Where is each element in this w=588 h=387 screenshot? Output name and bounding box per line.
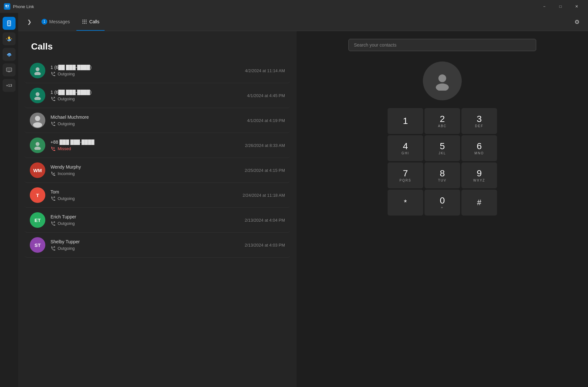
minimize-button[interactable]: −: [537, 0, 552, 13]
call-avatar: ET: [30, 212, 45, 228]
call-type-icon: [51, 221, 56, 226]
content-wrapper: ❯ 1 Messages Calls: [18, 13, 588, 387]
maximize-button[interactable]: □: [553, 0, 568, 13]
call-avatar: [30, 138, 45, 153]
call-info: Tom Outgoing: [51, 189, 237, 201]
call-type: Incoming: [51, 171, 240, 176]
sidebar-item-more[interactable]: +13: [3, 79, 16, 92]
svg-point-40: [438, 74, 446, 82]
sidebar-left: +13: [0, 13, 18, 387]
dialpad-key-2[interactable]: 2ABC: [424, 108, 460, 134]
page-title: Calls: [18, 31, 297, 58]
calls-panel: Calls 1 (6██ ███-████) Outgoing4/2/2024 …: [18, 31, 297, 387]
svg-rect-20: [7, 68, 11, 71]
svg-rect-8: [9, 36, 9, 37]
dialpad-key-6[interactable]: 6MNO: [461, 135, 497, 161]
call-datetime: 4/1/2024 at 4:45 PM: [247, 93, 285, 98]
call-item[interactable]: STShelby Tupper Outgoing2/13/2024 at 4:0…: [25, 233, 290, 258]
settings-button[interactable]: ⚙: [571, 16, 583, 28]
sidebar-item-tv[interactable]: [3, 63, 16, 76]
dialpad-key-#[interactable]: #: [461, 190, 497, 216]
person-icon: [433, 71, 452, 91]
call-item[interactable]: ETErich Tupper Outgoing2/13/2024 at 4:04…: [25, 208, 290, 233]
content-body: Calls 1 (6██ ███-████) Outgoing4/2/2024 …: [18, 31, 588, 387]
call-type-label: Outgoing: [58, 246, 75, 251]
call-type-label: Outgoing: [58, 72, 75, 76]
close-button[interactable]: ✕: [569, 0, 584, 13]
svg-point-41: [436, 83, 449, 91]
svg-point-7: [8, 37, 10, 39]
tab-calls[interactable]: Calls: [76, 13, 105, 31]
sidebar-item-weather2[interactable]: [3, 48, 16, 61]
main-container: +13 ❯ 1 Messages: [0, 13, 588, 387]
call-name: Erich Tupper: [51, 214, 240, 219]
svg-point-33: [36, 92, 40, 96]
svg-point-30: [85, 23, 86, 24]
call-datetime: 4/2/2024 at 11:14 AM: [245, 68, 285, 73]
call-type-label: Outgoing: [58, 96, 75, 101]
call-item[interactable]: Michael Muchmore Outgoing4/1/2024 at 4:1…: [25, 108, 290, 133]
right-panel: 12ABC3DEF4GHI5JKL6MNO7PQRS8TUV9WXYZ*0+#: [297, 31, 588, 387]
svg-point-39: [34, 147, 41, 150]
svg-rect-5: [8, 25, 10, 26]
svg-point-28: [82, 23, 83, 24]
app-title: Phone Link: [13, 4, 534, 9]
search-input[interactable]: [348, 39, 536, 51]
call-type: Outgoing: [51, 246, 240, 251]
dialpad-key-3[interactable]: 3DEF: [461, 108, 497, 134]
call-type: Outgoing: [51, 196, 237, 201]
dialpad-key-4[interactable]: 4GHI: [388, 135, 423, 161]
call-type-icon: [51, 96, 56, 101]
call-info: Michael Muchmore Outgoing: [51, 115, 242, 126]
call-datetime: 2/26/2024 at 8:33 AM: [245, 143, 285, 148]
dialpad-key-7[interactable]: 7PQRS: [388, 162, 423, 188]
svg-rect-17: [8, 56, 9, 57]
svg-rect-18: [9, 56, 10, 57]
call-info: Wendy Murphy Incoming: [51, 164, 240, 176]
svg-rect-11: [11, 39, 12, 39]
call-name: Wendy Murphy: [51, 164, 240, 170]
sidebar-item-phone[interactable]: [3, 17, 16, 30]
messages-badge: 1: [41, 19, 47, 25]
call-type: Outgoing: [51, 71, 240, 76]
call-info: 1 (6██ ███-████) Outgoing: [51, 90, 242, 101]
expand-button[interactable]: ❯: [23, 16, 35, 28]
dialpad-key-8[interactable]: 8TUV: [424, 162, 460, 188]
call-name: 1 (6██ ███-████): [51, 65, 240, 70]
sidebar-item-weather1[interactable]: [3, 32, 16, 45]
svg-point-37: [33, 122, 42, 127]
call-item[interactable]: 1 (6██ ███-████) Outgoing4/1/2024 at 4:4…: [25, 83, 290, 108]
svg-point-16: [8, 54, 11, 56]
call-info: +88 ███ ███-████ Missed: [51, 139, 240, 151]
svg-point-32: [34, 72, 41, 75]
dialpad-key-*[interactable]: *: [388, 190, 423, 216]
window-controls: − □ ✕: [537, 0, 584, 13]
dialpad-key-1[interactable]: 1: [388, 108, 423, 134]
call-type-label: Outgoing: [58, 221, 75, 226]
dialpad-key-9[interactable]: 9WXYZ: [461, 162, 497, 188]
dialpad-key-5[interactable]: 5JKL: [424, 135, 460, 161]
svg-point-29: [84, 23, 85, 24]
call-type-label: Missed: [58, 146, 71, 151]
call-type-icon: [51, 121, 56, 126]
app-icon: [4, 3, 10, 10]
dialpad: 12ABC3DEF4GHI5JKL6MNO7PQRS8TUV9WXYZ*0+#: [388, 108, 497, 216]
tab-messages[interactable]: 1 Messages: [36, 13, 75, 31]
call-item[interactable]: 1 (6██ ███-████) Outgoing4/2/2024 at 11:…: [25, 58, 290, 83]
call-info: 1 (6██ ███-████) Outgoing: [51, 65, 240, 76]
call-datetime: 2/25/2024 at 4:15 PM: [245, 168, 285, 173]
svg-rect-6: [8, 21, 10, 24]
svg-rect-3: [6, 7, 9, 8]
call-item[interactable]: WMWendy Murphy Incoming2/25/2024 at 4:15…: [25, 158, 290, 183]
svg-point-36: [35, 116, 40, 121]
call-item[interactable]: +88 ███ ███-████ Missed2/26/2024 at 8:33…: [25, 133, 290, 158]
call-type-icon: [51, 246, 56, 251]
call-type: Outgoing: [51, 221, 240, 226]
contact-avatar-placeholder: [423, 61, 462, 100]
call-item[interactable]: TTom Outgoing2/24/2024 at 11:18 AM: [25, 183, 290, 208]
call-datetime: 2/24/2024 at 11:18 AM: [243, 193, 285, 198]
dialpad-key-0[interactable]: 0+: [424, 190, 460, 216]
svg-point-24: [85, 19, 86, 20]
svg-rect-2: [7, 5, 9, 7]
svg-rect-9: [9, 41, 9, 42]
